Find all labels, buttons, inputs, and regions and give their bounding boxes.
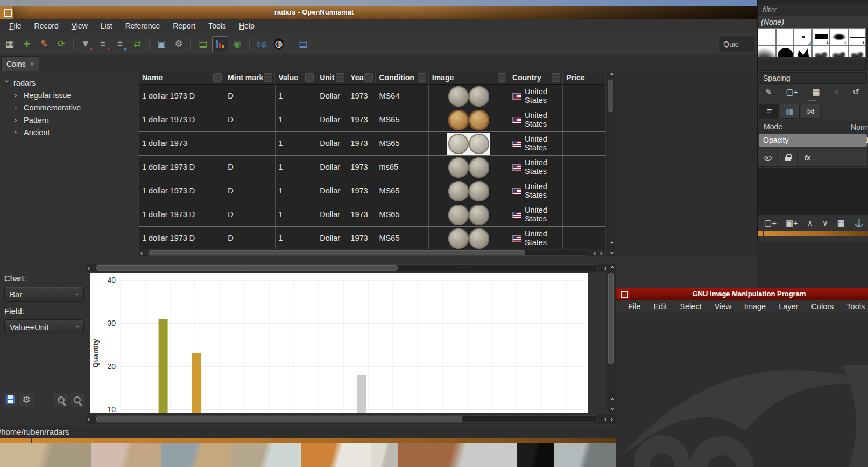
zoom-in-button[interactable]: + [54,393,68,407]
menu-item-file[interactable]: File [3,20,27,32]
column-filter-button[interactable] [364,73,373,82]
gimp-menu-item-colors[interactable]: Colors [806,301,839,312]
brush-swatch-splat[interactable] [830,46,848,57]
scroll-right-icon[interactable]: › [600,250,602,256]
colnect-icon[interactable]: ◍ [271,36,287,52]
duplicate-layer-icon[interactable]: ▦ [837,218,845,228]
column-filter-button[interactable] [264,73,272,82]
new-group-icon[interactable]: ▣+ [786,218,798,228]
effects-toggle[interactable]: fx [798,149,817,167]
gimp-menu-item-select[interactable]: Select [674,301,707,312]
column-filter-button[interactable] [552,73,560,82]
column-filter-button[interactable] [336,73,344,82]
scroll-up-icon[interactable]: ⌃ [610,266,615,272]
visibility-toggle[interactable] [758,149,778,167]
scroll-left-icon[interactable]: ‹ [88,265,90,271]
settings-icon[interactable]: ⚙ [171,36,187,52]
column-header-yea[interactable]: Yea [347,71,376,84]
scrollbar-thumb[interactable] [608,80,613,112]
table-row[interactable]: 1 dollar 1973 DD1Dollar1973MS65United St… [139,227,605,250]
column-header-country[interactable]: Country [509,71,563,84]
scroll-left-icon[interactable]: ‹ [604,265,606,271]
gimp-menu-item-layer[interactable]: Layer [773,301,803,312]
anchor-layer-icon[interactable]: ⚓ [854,218,864,228]
statistics-view-icon[interactable] [212,36,228,52]
add-coin-icon[interactable]: + [19,36,35,52]
brush-swatch-blob[interactable] [758,46,776,57]
scroll-left-icon[interactable]: ‹ [594,250,596,256]
gimp-canvas[interactable] [616,313,868,467]
window-menu-icon[interactable] [617,289,630,299]
tab-channels[interactable]: ▥ [780,104,800,119]
lower-layer-icon[interactable]: ∨ [822,218,828,228]
map-view-icon[interactable]: ◉ [229,36,245,52]
new-layer-icon[interactable]: ▢+ [764,218,777,228]
table-horizontal-scrollbar[interactable]: ‹ ‹ › [139,249,605,256]
brush-filter-input[interactable]: filter [758,4,868,16]
menu-item-reference[interactable]: Reference [119,20,166,32]
column-header-condition[interactable]: Condition [376,71,428,84]
chart-type-select[interactable]: Bar› [4,287,84,302]
splitter-handle[interactable]: ··· [457,263,467,270]
scroll-left-icon[interactable]: ‹ [88,416,90,422]
chevron-right-icon[interactable]: › [15,128,20,136]
table-row[interactable]: 1 dollar 1973 DD1Dollar1973MS65United St… [139,179,605,203]
brush-size-slider[interactable] [759,59,867,71]
brush-swatch-splat[interactable] [848,46,866,57]
new-brush-icon[interactable]: ▢+ [786,87,799,97]
column-header-price[interactable]: Price [563,71,605,84]
menu-item-view[interactable]: View [66,20,94,32]
menu-item-report[interactable]: Report [167,20,201,32]
chevron-right-icon[interactable]: › [15,91,20,99]
column-filter-button[interactable] [213,73,222,82]
colnect-link-icon[interactable]: cφ [253,36,270,52]
tab-paths[interactable]: ⋈ [801,104,821,119]
chart-vertical-scrollbar[interactable]: ⌃ ⌃ ⌄ [607,264,616,413]
table-row[interactable]: 1 dollar 1973 DD1Dollar1973MS65United St… [139,203,605,227]
scrollbar-thumb[interactable] [608,273,614,364]
gimp-menu-item-view[interactable]: View [709,301,737,312]
tree-item-radars[interactable]: › radars [0,76,138,89]
tree-item-commemorative[interactable]: ›Commemorative [0,101,138,114]
menu-item-list[interactable]: List [95,20,118,32]
tree-item-ancient[interactable]: ›Ancient [0,126,138,138]
list-view-icon[interactable]: ▤ [195,36,211,52]
column-header-unit[interactable]: Unit [316,71,347,84]
column-header-mint-mark[interactable]: Mint mark [224,71,275,84]
scrollbar-thumb[interactable] [96,416,462,422]
dock-resize-handle[interactable]: ••• [758,100,868,104]
duplicate-brush-icon[interactable]: ▦ [813,87,820,97]
raise-layer-icon[interactable]: ∧ [807,218,813,228]
scroll-down-icon[interactable]: ⌄ [609,248,615,255]
brush-swatch-bar[interactable]: + [812,28,830,46]
gimp-menu-item-tools[interactable]: Tools [841,301,868,312]
quick-search-input[interactable]: Quic [719,37,755,52]
table-vertical-scrollbar[interactable]: ⌃ ⌃ ⌄ [606,71,615,256]
splitter-handle[interactable]: ··· [242,263,252,270]
gimp-menu-item-image[interactable]: Image [739,301,771,312]
chart-field-select[interactable]: Value+Unit› [4,319,84,334]
gimp-menu-item-edit[interactable]: Edit [648,301,672,312]
column-filter-button[interactable] [418,73,426,82]
menu-item-record[interactable]: Record [29,20,65,32]
clear-sort-icon[interactable]: ≡× [95,36,111,52]
clear-filter-icon[interactable]: ▼× [77,36,94,52]
brush-swatch-circle[interactable] [776,46,794,57]
gimp-menu-item-file[interactable]: File [623,301,646,312]
menu-item-tools[interactable]: Tools [202,20,232,32]
chevron-right-icon[interactable]: › [15,103,20,111]
shuffle-icon[interactable]: ⇄ [129,36,145,52]
brush-swatch-blank[interactable] [758,28,776,46]
refresh-brushes-icon[interactable]: ↺ [852,87,859,97]
scroll-up-icon[interactable]: ⌃ [609,241,615,248]
brush-swatch-ellipse[interactable]: + [830,28,848,46]
brush-swatch-blank[interactable] [776,28,794,46]
table-row[interactable]: 1 dollar 19731Dollar1973MS65United State… [139,132,605,156]
edit-coin-icon[interactable]: ✎ [36,36,52,52]
scroll-up-icon[interactable]: ⌃ [609,73,615,79]
spacing-slider[interactable]: Spacing [759,72,867,84]
layer-mode-select[interactable]: Mode Normal [759,121,867,133]
brush-swatch-claw[interactable] [794,46,812,57]
column-header-name[interactable]: Name [139,71,224,84]
chart-top-scrollbar[interactable]: ‹ ‹ › ··· ··· [86,264,616,272]
